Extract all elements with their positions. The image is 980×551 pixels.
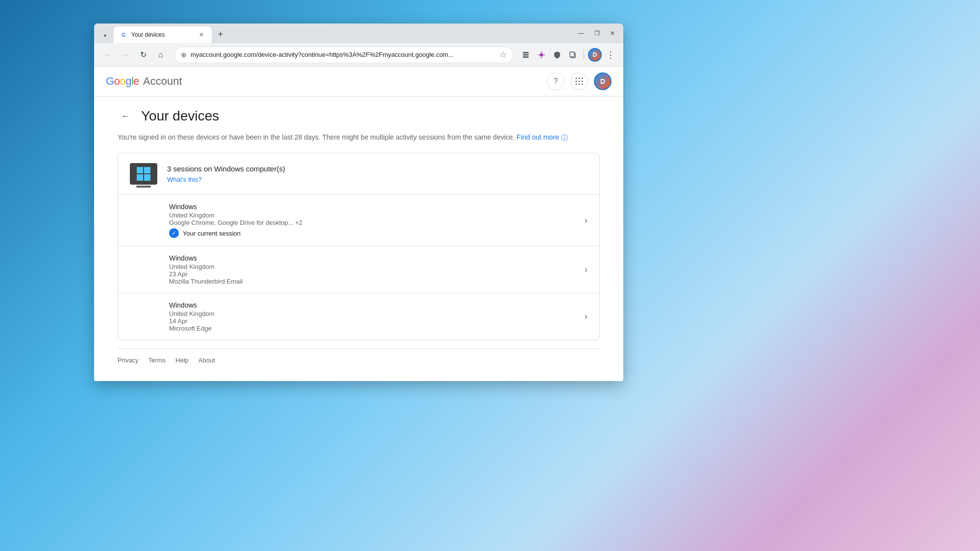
- svg-point-5: [540, 53, 543, 56]
- svg-text:G: G: [122, 32, 126, 38]
- maximize-button[interactable]: ❐: [590, 26, 604, 40]
- session-info-current: Windows United Kingdom Google Chrome, Go…: [130, 203, 577, 238]
- session-os-2: Windows: [169, 254, 577, 262]
- navigation-bar: ← → ↻ ⌂ ⊕ myaccount.google.com/device-ac…: [94, 43, 623, 67]
- description-text: You're signed in on these devices or hav…: [118, 133, 514, 141]
- logo-letter-g: G: [106, 75, 114, 87]
- windows-grid-cell-4: [144, 174, 150, 181]
- extension-copy-icon[interactable]: [566, 48, 580, 62]
- session-date-3: 14 Apr: [169, 317, 577, 325]
- apps-icon-button[interactable]: [570, 72, 588, 90]
- check-circle-icon: ✓: [169, 228, 179, 238]
- main-content-area: ← Your devices You're signed in on these…: [94, 96, 623, 381]
- about-link[interactable]: About: [198, 357, 215, 364]
- svg-point-7: [540, 56, 542, 58]
- svg-point-14: [582, 78, 583, 79]
- device-sessions-count: 3 sessions on Windows computer(s): [167, 165, 588, 173]
- window-controls: — ❐ ✕: [574, 26, 619, 43]
- session-country-1: United Kingdom: [169, 212, 577, 219]
- question-mark-icon: ?: [554, 77, 558, 86]
- svg-rect-3: [523, 54, 529, 55]
- address-bar[interactable]: ⊕ myaccount.google.com/device-activity?c…: [174, 47, 513, 63]
- help-link[interactable]: Help: [175, 357, 189, 364]
- session-date-2: 23 Apr: [169, 270, 577, 278]
- forward-nav-button[interactable]: →: [118, 47, 133, 63]
- home-button[interactable]: ⌂: [153, 47, 169, 63]
- svg-rect-2: [523, 52, 529, 53]
- find-out-more-link[interactable]: Find out more: [516, 133, 559, 141]
- browser-profile-avatar[interactable]: D: [588, 48, 602, 62]
- svg-point-13: [579, 78, 580, 79]
- session-country-3: United Kingdom: [169, 310, 577, 317]
- security-icon: ⊕: [181, 51, 187, 59]
- back-nav-button[interactable]: ←: [100, 47, 116, 63]
- device-card-windows: 3 sessions on Windows computer(s) What's…: [118, 153, 600, 340]
- svg-point-8: [538, 54, 540, 56]
- svg-point-12: [576, 78, 577, 79]
- extension-shield-icon[interactable]: [550, 48, 564, 62]
- browser-menu-button[interactable]: ⋮: [604, 48, 617, 62]
- page-header: ← Your devices: [118, 96, 600, 132]
- session-country-2: United Kingdom: [169, 263, 577, 270]
- windows-grid-cell-1: [137, 167, 143, 173]
- privacy-link[interactable]: Privacy: [118, 357, 139, 364]
- close-button[interactable]: ✕: [606, 26, 619, 40]
- new-tab-button[interactable]: +: [214, 27, 227, 41]
- extension-flower-icon[interactable]: [535, 48, 548, 62]
- session-app-3: Microsoft Edge: [169, 325, 577, 332]
- minimize-button[interactable]: —: [574, 26, 588, 40]
- page-title: Your devices: [141, 108, 219, 124]
- current-session-label: Your current session: [183, 230, 241, 237]
- svg-point-6: [540, 51, 542, 53]
- windows-grid-cell-2: [144, 167, 150, 173]
- back-arrow-icon: ←: [121, 111, 130, 121]
- svg-point-20: [582, 84, 583, 85]
- bookmark-icon[interactable]: ☆: [500, 50, 507, 59]
- windows-computer-icon: [130, 163, 157, 185]
- svg-rect-11: [570, 52, 574, 57]
- info-icon: ⓘ: [561, 134, 568, 142]
- help-icon-button[interactable]: ?: [547, 72, 564, 90]
- url-text: myaccount.google.com/device-activity?con…: [191, 51, 496, 58]
- grid-icon: [575, 77, 584, 86]
- windows-logo: [137, 167, 150, 181]
- session-info-3: Windows United Kingdom 14 Apr Microsoft …: [130, 301, 577, 332]
- header-profile-avatar[interactable]: D: [594, 72, 612, 90]
- logo-letter-e: e: [133, 75, 139, 87]
- extension-layers-icon[interactable]: [519, 48, 533, 62]
- browser-window: ▾ G Your devices ✕ + — ❐ ✕ ← → ↻ ⌂ ⊕ mya…: [94, 24, 623, 381]
- reload-button[interactable]: ↻: [135, 47, 151, 63]
- chevron-right-icon-2: ›: [585, 264, 588, 275]
- device-card-header: 3 sessions on Windows computer(s) What's…: [118, 153, 599, 195]
- session-os-3: Windows: [169, 301, 577, 309]
- svg-point-19: [579, 84, 580, 85]
- terms-link[interactable]: Terms: [148, 357, 166, 364]
- tab-close-button[interactable]: ✕: [197, 30, 206, 39]
- current-session-badge: ✓ Your current session: [169, 228, 577, 238]
- back-button[interactable]: ←: [118, 108, 133, 124]
- whats-this-link[interactable]: What's this?: [167, 176, 201, 183]
- session-app-2: Mozilla Thunderbird Email: [169, 278, 577, 285]
- session-info-2: Windows United Kingdom 23 Apr Mozilla Th…: [130, 254, 577, 285]
- tab-dropdown-button[interactable]: ▾: [98, 27, 112, 43]
- nav-divider: [584, 50, 584, 60]
- logo-letter-o1: o: [114, 75, 120, 87]
- session-row-2[interactable]: Windows United Kingdom 23 Apr Mozilla Th…: [118, 246, 599, 293]
- session-os-1: Windows: [169, 203, 577, 211]
- chevron-right-icon-1: ›: [585, 216, 588, 226]
- google-account-header: Google Account ?: [94, 67, 623, 96]
- page-description: You're signed in on these devices or hav…: [118, 132, 600, 143]
- page-content: Google Account ?: [94, 67, 623, 381]
- google-logo: Google: [106, 75, 139, 88]
- logo-letter-g2: g: [125, 75, 131, 87]
- device-info: 3 sessions on Windows computer(s) What's…: [167, 165, 588, 184]
- svg-point-16: [579, 81, 580, 82]
- svg-point-15: [576, 81, 577, 82]
- session-row-3[interactable]: Windows United Kingdom 14 Apr Microsoft …: [118, 293, 599, 340]
- extension-icons-group: [519, 48, 580, 62]
- svg-point-9: [543, 54, 545, 56]
- session-row-current[interactable]: Windows United Kingdom Google Chrome, Go…: [118, 195, 599, 246]
- windows-grid-cell-3: [137, 174, 143, 181]
- tab-bar: ▾ G Your devices ✕ + — ❐ ✕: [94, 24, 623, 43]
- browser-tab-active[interactable]: G Your devices ✕: [114, 26, 212, 43]
